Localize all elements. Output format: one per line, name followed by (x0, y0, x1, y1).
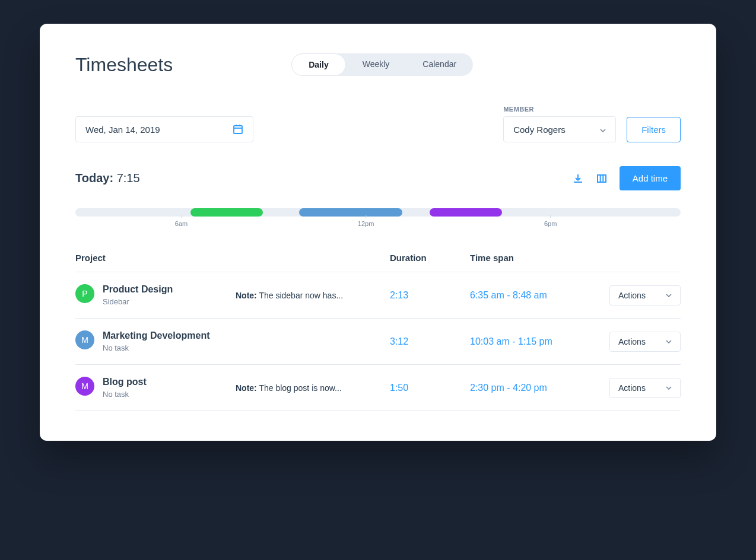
project-avatar: M (75, 377, 94, 396)
actions-select[interactable]: Actions (609, 378, 681, 398)
svg-rect-0 (234, 126, 242, 133)
project-name: Product Design (103, 284, 173, 295)
today-value: 7:15 (117, 171, 140, 184)
note-text: The blog post is now... (257, 383, 342, 393)
view-tabs: Daily Weekly Calendar (291, 53, 473, 76)
add-time-button[interactable]: Add time (620, 166, 681, 190)
project-info: Marketing Development No task (103, 330, 209, 352)
controls-row: Wed, Jan 14, 2019 MEMBER Cody Rogers (75, 106, 681, 142)
calendar-icon (233, 124, 243, 135)
date-value: Wed, Jan 14, 2019 (85, 125, 160, 135)
project-sub: Sidebar (103, 297, 173, 306)
timeline-segment-2 (299, 208, 402, 217)
header-row: Timesheets Daily Weekly Calendar (75, 53, 681, 76)
table-header: Project Duration Time span (75, 247, 681, 272)
project-avatar: P (75, 284, 94, 303)
entries-table: Project Duration Time span P Product Des… (75, 247, 681, 411)
svg-rect-4 (598, 175, 606, 182)
timeline-segment-1 (190, 208, 263, 217)
project-cell: P Product Design Sidebar (75, 284, 236, 306)
timespan-cell: 2:30 pm - 4:20 pm (470, 383, 606, 393)
timeline-tick: 6am (175, 220, 188, 227)
note-prefix: Note: (236, 383, 257, 393)
project-name: Blog post (103, 377, 147, 387)
timespan-cell: 6:35 am - 8:48 am (470, 290, 606, 301)
timeline-tick: 12pm (358, 220, 374, 227)
actions-label: Actions (618, 337, 646, 346)
member-label: MEMBER (503, 106, 616, 113)
page-title: Timesheets (75, 54, 173, 76)
chevron-down-icon (666, 294, 672, 297)
member-value: Cody Rogers (513, 125, 566, 135)
chevron-down-icon (666, 340, 672, 343)
duration-cell: 1:50 (390, 383, 470, 393)
col-header-actions (606, 253, 681, 263)
project-cell: M Blog post No task (75, 377, 236, 399)
project-info: Product Design Sidebar (103, 284, 173, 306)
date-picker[interactable]: Wed, Jan 14, 2019 (75, 116, 253, 142)
note-cell: Note: The sidebar now has... (236, 291, 390, 300)
col-header-duration: Duration (390, 253, 470, 263)
member-select[interactable]: Cody Rogers (503, 116, 616, 142)
download-icon[interactable] (572, 173, 584, 184)
tab-daily[interactable]: Daily (291, 53, 345, 76)
actions-select[interactable]: Actions (609, 285, 681, 306)
today-row: Today: 7:15 Add time (75, 166, 681, 190)
right-controls: MEMBER Cody Rogers Filters (503, 106, 681, 142)
timeline: 6am 12pm 6pm (75, 208, 681, 232)
actions-cell: Actions (606, 285, 681, 306)
filters-button[interactable]: Filters (627, 117, 681, 142)
project-sub: No task (103, 390, 147, 399)
actions-select[interactable]: Actions (609, 332, 681, 352)
note-text: The sidebar now has... (257, 291, 343, 300)
project-name: Marketing Development (103, 330, 209, 341)
columns-icon[interactable] (596, 173, 608, 184)
note-prefix: Note: (236, 291, 257, 300)
duration-cell: 3:12 (390, 336, 470, 347)
project-avatar: M (75, 330, 94, 349)
today-label: Today: (75, 171, 113, 184)
actions-label: Actions (618, 291, 646, 300)
table-row: P Product Design Sidebar Note: The sideb… (75, 272, 681, 319)
col-header-timespan: Time span (470, 253, 606, 263)
member-group: MEMBER Cody Rogers (503, 106, 616, 142)
table-row: M Marketing Development No task 3:12 10:… (75, 319, 681, 365)
today-actions: Add time (572, 166, 681, 190)
tab-weekly[interactable]: Weekly (346, 53, 406, 76)
timeline-bar (75, 208, 681, 217)
col-header-note (236, 253, 390, 263)
actions-cell: Actions (606, 378, 681, 398)
timeline-segment-3 (430, 208, 502, 217)
table-row: M Blog post No task Note: The blog post … (75, 365, 681, 411)
actions-cell: Actions (606, 332, 681, 352)
timeline-tick: 6pm (544, 220, 557, 227)
timespan-cell: 10:03 am - 1:15 pm (470, 336, 606, 347)
duration-cell: 2:13 (390, 290, 470, 301)
timesheets-card: Timesheets Daily Weekly Calendar Wed, Ja… (40, 24, 716, 441)
today-text: Today: 7:15 (75, 171, 140, 185)
actions-label: Actions (618, 383, 646, 393)
note-cell: Note: The blog post is now... (236, 383, 390, 393)
project-info: Blog post No task (103, 377, 147, 399)
chevron-down-icon (666, 386, 672, 390)
chevron-down-icon (600, 124, 606, 135)
tab-calendar[interactable]: Calendar (406, 53, 473, 76)
timeline-ticks: 6am 12pm 6pm (75, 220, 681, 232)
project-sub: No task (103, 343, 209, 352)
project-cell: M Marketing Development No task (75, 330, 236, 352)
col-header-project: Project (75, 253, 236, 263)
